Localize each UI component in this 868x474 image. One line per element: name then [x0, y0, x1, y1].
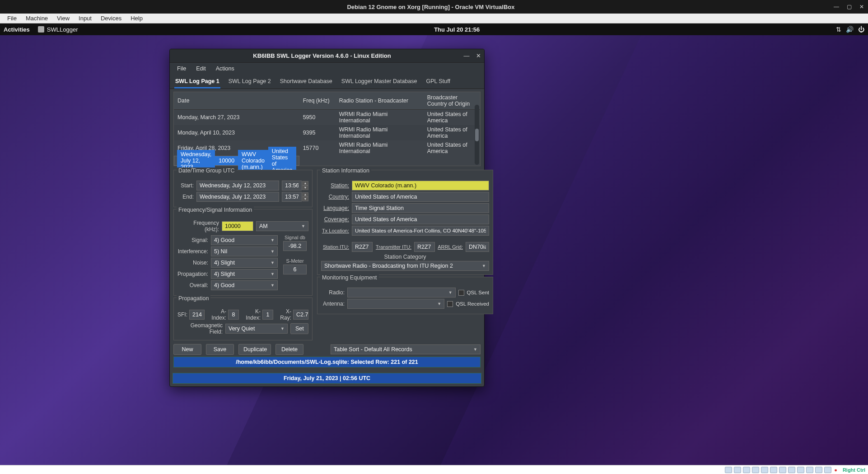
col-freq[interactable]: Freq (kHz)	[299, 92, 336, 110]
tab-gpl[interactable]: GPL Stuff	[425, 76, 451, 88]
arrl-grid-input[interactable]	[466, 242, 489, 252]
duplicate-button[interactable]: Duplicate	[238, 344, 271, 355]
end-time-input[interactable]	[282, 192, 302, 202]
a-value[interactable]: 8	[228, 310, 239, 320]
signaldb-value[interactable]: -98.2	[283, 241, 307, 251]
qsl-recv-checkbox[interactable]	[447, 301, 453, 307]
tab-swl-log-2[interactable]: SWL Log Page 2	[228, 76, 272, 88]
k-value[interactable]: 1	[262, 310, 273, 320]
vbox-maximize-button[interactable]: ▢	[843, 4, 855, 10]
coverage-input[interactable]	[352, 214, 489, 224]
log-scrollbar[interactable]	[475, 105, 479, 165]
vbox-menu-input[interactable]: Input	[74, 14, 96, 23]
chevron-down-icon: ▼	[448, 290, 453, 295]
monitor-title: Monitoring Equipment	[320, 274, 379, 281]
col-station[interactable]: Radio Station - Broadcaster	[336, 92, 424, 110]
vbox-menu-devices[interactable]: Devices	[96, 14, 126, 23]
set-button[interactable]: Set	[290, 323, 308, 334]
table-sort-select[interactable]: Table Sort - Default All Records▼	[331, 344, 481, 354]
antenna-select[interactable]: ▼	[347, 299, 444, 309]
x-value[interactable]: C2.7	[293, 310, 308, 320]
smeter-value[interactable]: 6	[283, 265, 307, 274]
mode-select[interactable]: AM▼	[256, 221, 308, 231]
station-input[interactable]	[352, 181, 489, 191]
vbox-hd-icon[interactable]	[725, 467, 732, 473]
spin-down-icon[interactable]: ▼	[302, 197, 308, 201]
vbox-menu-machine[interactable]: Machine	[21, 14, 52, 23]
save-button[interactable]: Save	[206, 344, 234, 355]
station-itu-input[interactable]	[352, 242, 373, 252]
table-row[interactable]: Monday, March 27, 20235950WRMI Radio Mia…	[174, 110, 480, 125]
log-table[interactable]: Date Freq (kHz) Radio Station - Broadcas…	[174, 92, 480, 166]
propagation-select[interactable]: 4) Slight▼	[211, 269, 278, 279]
vbox-shared-icon[interactable]	[770, 467, 777, 473]
qsl-sent-checkbox[interactable]	[458, 290, 464, 296]
vbox-clip-icon[interactable]	[815, 467, 822, 473]
signal-select[interactable]: 4) Good▼	[211, 235, 278, 245]
txloc-input[interactable]	[352, 226, 489, 236]
vbox-menu-file[interactable]: File	[3, 14, 21, 23]
app-menu-file[interactable]: File	[173, 64, 191, 73]
vbox-cd-icon[interactable]	[734, 467, 741, 473]
status-db-row: /home/kb6ibb/Documents/SWL-Log.sqlite: S…	[173, 357, 481, 367]
vbox-usb-icon[interactable]	[761, 467, 768, 473]
vbox-cpu-icon[interactable]	[797, 467, 804, 473]
vbox-menu-view[interactable]: View	[52, 14, 74, 23]
radio-select[interactable]: ▼	[347, 288, 456, 297]
new-button[interactable]: New	[173, 344, 201, 355]
col-country[interactable]: Broadcaster Country of Origin	[424, 92, 480, 110]
vbox-status-bar: ● Right Ctrl	[0, 465, 868, 474]
gnome-active-app[interactable]: SWLLogger	[38, 26, 78, 33]
power-icon[interactable]: ⏻	[858, 26, 864, 33]
gnome-topbar: Activities SWLLogger Thu Jul 20 21:56 ⇅ …	[0, 23, 868, 35]
overall-select[interactable]: 4) Good▼	[211, 280, 278, 290]
vbox-close-button[interactable]: ✕	[855, 4, 868, 10]
table-row[interactable]: Monday, April 10, 20239395WRMI Radio Mia…	[174, 125, 480, 140]
start-time-input[interactable]	[282, 181, 302, 191]
language-input[interactable]	[352, 203, 489, 213]
language-label: Language:	[321, 205, 349, 211]
interference-select[interactable]: 5) Nil▼	[211, 246, 278, 256]
end-time-spin[interactable]: ▲▼	[282, 192, 308, 202]
status-utc-clock: Friday, July 21, 2023 | 02:56 UTC	[173, 373, 481, 384]
noise-select[interactable]: 4) Slight▼	[211, 258, 278, 268]
vbox-audio-icon[interactable]	[743, 467, 750, 473]
tab-swl-log-1[interactable]: SWL Log Page 1	[174, 76, 220, 88]
end-date-input[interactable]	[196, 192, 279, 202]
spin-up-icon[interactable]: ▲	[302, 181, 308, 186]
app-minimize-button[interactable]: —	[461, 52, 472, 59]
scrollbar-thumb[interactable]	[475, 129, 479, 141]
vbox-mouse-icon[interactable]	[806, 467, 813, 473]
table-row[interactable]: Friday, April 28, 202315770WRMI Radio Mi…	[174, 140, 480, 156]
country-input[interactable]	[352, 192, 489, 202]
start-date-input[interactable]	[196, 181, 279, 191]
app-menu-actions[interactable]: Actions	[211, 64, 239, 73]
sfi-value[interactable]: 214	[189, 310, 205, 320]
spin-up-icon[interactable]: ▲	[302, 192, 308, 197]
chevron-down-icon: ▼	[482, 264, 486, 268]
vbox-minimize-button[interactable]: —	[830, 4, 843, 10]
start-time-spin[interactable]: ▲▼	[282, 181, 308, 191]
vbox-menu-help[interactable]: Help	[126, 14, 147, 23]
app-close-button[interactable]: ✕	[472, 52, 484, 59]
vbox-drag-icon[interactable]	[824, 467, 831, 473]
gnome-clock[interactable]: Thu Jul 20 21:56	[78, 26, 836, 33]
transmitter-itu-input[interactable]	[414, 242, 435, 252]
frequency-input[interactable]	[222, 221, 253, 231]
vbox-rec-icon[interactable]	[788, 467, 795, 473]
geo-select[interactable]: Very Quiet▼	[225, 324, 288, 334]
network-icon[interactable]: ⇅	[836, 26, 841, 33]
delete-button[interactable]: Delete	[275, 344, 303, 355]
vbox-net-icon[interactable]	[752, 467, 759, 473]
gnome-activities[interactable]: Activities	[4, 26, 30, 33]
tab-shortwave-db[interactable]: Shortwave Database	[279, 76, 333, 88]
station-category-select[interactable]: Shortwave Radio - Broadcasting from ITU …	[321, 261, 489, 271]
vbox-display-icon[interactable]	[779, 467, 786, 473]
tab-master-db[interactable]: SWL Logger Master Database	[341, 76, 418, 88]
app-menu-edit[interactable]: Edit	[191, 64, 210, 73]
table-row[interactable]: Wednesday, July 12, 202310000WWV Colorad…	[174, 156, 299, 166]
volume-icon[interactable]: 🔊	[846, 26, 854, 33]
col-date[interactable]: Date	[174, 92, 299, 110]
spin-down-icon[interactable]: ▼	[302, 186, 308, 190]
app-title: KB6IBB SWL Logger Version 4.6.0 - Linux …	[183, 52, 461, 59]
